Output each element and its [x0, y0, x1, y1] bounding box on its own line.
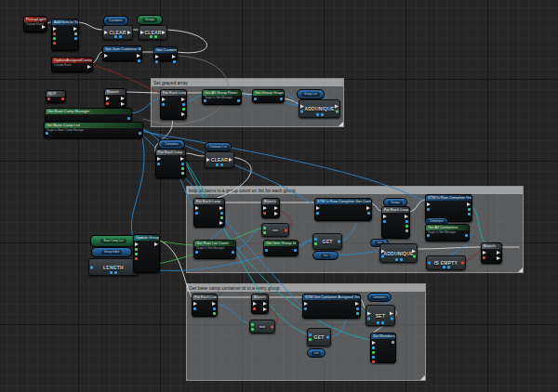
array-pin[interactable] [381, 255, 384, 257]
output-pins[interactable] [335, 105, 339, 113]
input-pins[interactable] [47, 98, 50, 100]
exec-pin[interactable] [304, 302, 308, 306]
output-pins[interactable] [294, 249, 297, 252]
node-get-all-group-rows[interactable]: Get All Group Rows Target is Stm Manager [202, 89, 242, 105]
input-pins[interactable] [372, 341, 376, 363]
input-pins[interactable] [251, 323, 254, 331]
exec-pin[interactable] [106, 97, 110, 100]
exec-pin[interactable] [104, 54, 108, 58]
output-pins[interactable] [412, 249, 416, 257]
exec-pin[interactable] [366, 206, 370, 210]
input-pins[interactable] [157, 157, 161, 165]
struct-pin[interactable] [372, 346, 375, 349]
element-pin[interactable] [213, 307, 216, 310]
output-pins[interactable] [180, 157, 184, 175]
array-pin[interactable] [90, 266, 93, 268]
array-pin[interactable] [193, 307, 196, 310]
output-pins[interactable] [271, 325, 273, 328]
var-get-containers-3[interactable]: Containers [367, 293, 392, 302]
input-pins[interactable] [304, 302, 308, 310]
input-pins[interactable] [155, 55, 159, 63]
target-pin[interactable] [195, 251, 198, 254]
node-get-customer-list[interactable]: Get Customer List [153, 46, 178, 61]
struct-pin[interactable] [468, 208, 471, 211]
node-get-all-containers[interactable]: Get All Containers Target is Stm Manager [425, 224, 470, 242]
input-pins[interactable] [104, 54, 108, 58]
array-pins[interactable] [377, 321, 384, 324]
var-get-group-list[interactable]: Group List [297, 89, 325, 99]
exec-pin[interactable] [405, 215, 408, 218]
output-pins[interactable] [61, 98, 64, 100]
node-clear-array-3[interactable]: CLEAR [205, 151, 234, 168]
wildcard-pin[interactable] [74, 33, 77, 35]
index-pin[interactable] [314, 242, 317, 245]
array-pins[interactable] [443, 266, 450, 268]
bool-pin[interactable] [53, 33, 56, 35]
node-event-pickup[interactable]: PickupLightSwap Custom Event [23, 16, 47, 33]
array-pin[interactable] [154, 35, 157, 38]
array-pin[interactable] [150, 35, 153, 38]
output-pins[interactable] [366, 206, 370, 215]
exec-pin[interactable] [253, 302, 257, 306]
array-pins[interactable] [216, 163, 223, 166]
index-pin[interactable] [220, 216, 223, 219]
exec-pin[interactable] [212, 302, 216, 306]
output-pins[interactable] [139, 132, 141, 135]
node-set-members-in-struct[interactable]: Set Members in Struct [370, 333, 396, 363]
array-pin[interactable] [162, 103, 165, 106]
object-pin[interactable] [427, 208, 430, 211]
output-pins[interactable] [219, 206, 223, 225]
node-foreach-1[interactable]: For Each Loop [160, 89, 187, 120]
output-pins[interactable] [338, 241, 340, 243]
input-pins[interactable] [367, 311, 371, 320]
array-pin[interactable] [428, 262, 431, 265]
output-pins[interactable] [285, 229, 287, 231]
index-pin[interactable] [405, 224, 408, 228]
exec-pin[interactable] [274, 206, 278, 210]
array-pin[interactable] [195, 212, 198, 215]
exec-pin[interactable] [104, 31, 108, 34]
array-pins[interactable] [150, 35, 157, 38]
var-get-list-3[interactable]: List [307, 348, 326, 358]
node-branch-2[interactable]: Branch [261, 198, 280, 218]
array-pin[interactable] [157, 163, 160, 165]
index-pin[interactable] [181, 107, 185, 111]
exec-pin[interactable] [219, 206, 223, 210]
array-pin[interactable] [114, 35, 117, 38]
node-get-array-1[interactable]: GET [312, 233, 342, 250]
bool-pin[interactable] [53, 42, 56, 45]
exec-pin[interactable] [263, 307, 267, 311]
exec-pin[interactable] [172, 55, 176, 59]
node-foreach-4[interactable]: For Each Loop [192, 294, 218, 317]
input-pins[interactable] [204, 99, 206, 102]
input-pins[interactable] [265, 249, 268, 252]
array-pin[interactable] [139, 132, 141, 135]
input-pins[interactable] [140, 31, 144, 34]
condition-pin[interactable] [483, 256, 485, 259]
element-pin[interactable] [405, 220, 408, 223]
output-pins[interactable] [461, 262, 464, 265]
node-clear-array-1[interactable]: CLEAR [102, 25, 133, 40]
output-pins[interactable] [172, 55, 176, 63]
exec-pin[interactable] [263, 302, 267, 306]
exec-pin[interactable] [155, 55, 159, 59]
node-branch-4[interactable]: Branch [251, 294, 269, 314]
index-pin[interactable] [181, 167, 184, 170]
exec-pin[interactable] [483, 251, 486, 255]
exec-pin[interactable] [355, 302, 359, 306]
output-pins[interactable] [154, 242, 158, 246]
output-pins[interactable] [237, 99, 240, 102]
int-pin[interactable] [263, 231, 266, 234]
object-pin[interactable] [138, 59, 140, 62]
completed-pin[interactable] [181, 112, 185, 116]
node-get-json-customer-manager[interactable]: Get Json Customer Manager [102, 46, 142, 61]
input-pins[interactable] [46, 132, 48, 135]
object-pin[interactable] [232, 251, 234, 254]
node-equal-1[interactable]: == [261, 223, 289, 237]
target-pin[interactable] [427, 234, 430, 237]
object-pin[interactable] [155, 60, 158, 63]
exec-pin[interactable] [154, 242, 158, 246]
exec-pin[interactable] [467, 203, 471, 206]
input-pins[interactable] [263, 227, 266, 234]
element-pin[interactable] [181, 163, 184, 165]
